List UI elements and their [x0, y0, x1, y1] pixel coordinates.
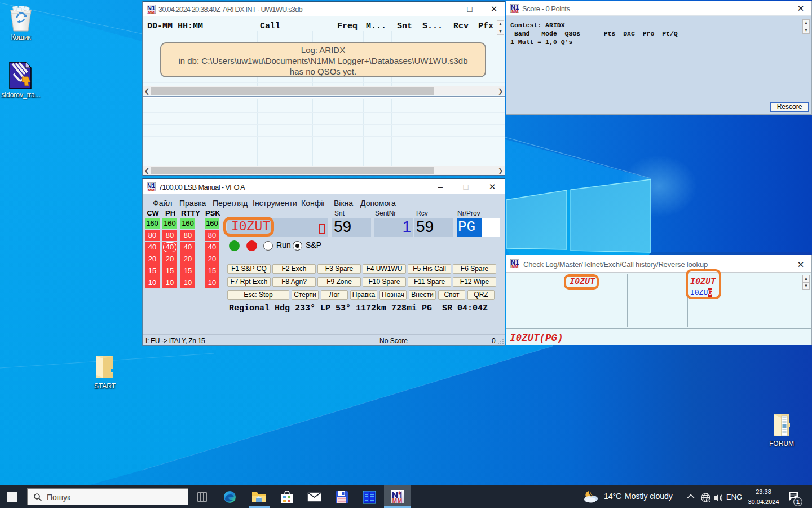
svg-text:MM: MM: [511, 265, 518, 269]
svg-text:1: 1: [796, 498, 800, 505]
svg-text:MM: MM: [511, 10, 518, 14]
svg-text:MM: MM: [148, 10, 155, 14]
svg-text:MM: MM: [392, 498, 403, 504]
svg-text:MM: MM: [148, 188, 155, 192]
